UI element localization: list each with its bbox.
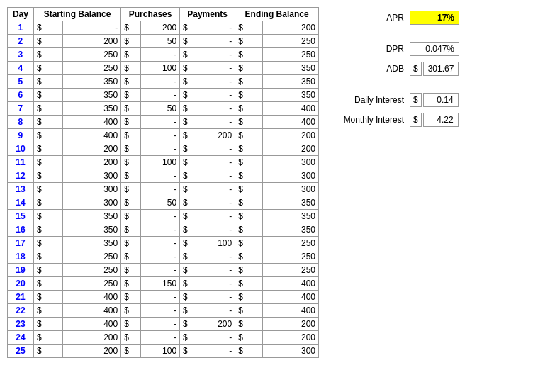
day-cell: 11 xyxy=(8,156,34,169)
payment-amount: - xyxy=(198,277,235,291)
payment-dollar: $ xyxy=(180,183,198,196)
header-starting-balance: Starting Balance xyxy=(33,8,120,21)
end-amount: 250 xyxy=(263,35,319,48)
header-payments: Payments xyxy=(180,8,235,21)
purchase-dollar: $ xyxy=(121,48,141,62)
purchase-amount: 150 xyxy=(140,277,179,291)
end-dollar: $ xyxy=(235,264,263,277)
start-dollar: $ xyxy=(33,62,62,75)
day-cell: 2 xyxy=(8,35,34,48)
start-amount: 350 xyxy=(62,75,120,89)
start-amount: 250 xyxy=(62,250,120,264)
purchase-dollar: $ xyxy=(121,35,141,48)
start-amount: 250 xyxy=(62,62,120,75)
end-dollar: $ xyxy=(235,345,263,358)
monthly-dollar: $ xyxy=(410,113,422,127)
purchase-amount: 50 xyxy=(140,196,179,210)
purchase-dollar: $ xyxy=(121,223,141,237)
start-dollar: $ xyxy=(33,210,62,223)
payment-amount: - xyxy=(198,331,235,345)
start-amount: 400 xyxy=(62,304,120,318)
payment-amount: - xyxy=(198,210,235,223)
table-row: 7$350$50$-$400 xyxy=(8,102,319,116)
payment-amount: - xyxy=(198,223,235,237)
daily-dollar: $ xyxy=(410,93,422,107)
day-cell: 4 xyxy=(8,62,34,75)
start-dollar: $ xyxy=(33,89,62,102)
day-cell: 12 xyxy=(8,169,34,183)
end-amount: 400 xyxy=(263,304,319,318)
day-cell: 21 xyxy=(8,291,34,304)
purchase-amount: 100 xyxy=(140,345,179,358)
daily-interest-row: Daily Interest $ 0.14 xyxy=(340,93,459,107)
table-row: 22$400$-$-$400 xyxy=(8,304,319,318)
end-amount: 300 xyxy=(263,183,319,196)
end-dollar: $ xyxy=(235,291,263,304)
payment-dollar: $ xyxy=(180,35,198,48)
end-dollar: $ xyxy=(235,89,263,102)
day-cell: 1 xyxy=(8,21,34,35)
header-day: Day xyxy=(8,8,34,21)
table-row: 24$200$-$-$200 xyxy=(8,331,319,345)
start-amount: 300 xyxy=(62,196,120,210)
purchase-dollar: $ xyxy=(121,169,141,183)
end-amount: 300 xyxy=(263,156,319,169)
day-cell: 18 xyxy=(8,250,34,264)
purchase-dollar: $ xyxy=(121,183,141,196)
start-dollar: $ xyxy=(33,237,62,250)
day-cell: 16 xyxy=(8,223,34,237)
payment-amount: - xyxy=(198,196,235,210)
monthly-interest-row: Monthly Interest $ 4.22 xyxy=(340,113,459,127)
side-panel: APR 17% DPR 0.047% ADB $ 301.67 Daily In… xyxy=(340,7,459,127)
payment-amount: - xyxy=(198,169,235,183)
end-amount: 350 xyxy=(263,89,319,102)
start-amount: 200 xyxy=(62,156,120,169)
start-amount: 350 xyxy=(62,223,120,237)
purchase-amount: - xyxy=(140,183,179,196)
purchase-dollar: $ xyxy=(121,129,141,142)
table-row: 1$-$200$-$200 xyxy=(8,21,319,35)
payment-dollar: $ xyxy=(180,116,198,129)
purchase-dollar: $ xyxy=(121,116,141,129)
end-dollar: $ xyxy=(235,169,263,183)
end-dollar: $ xyxy=(235,48,263,62)
table-row: 11$200$100$-$300 xyxy=(8,156,319,169)
day-cell: 13 xyxy=(8,183,34,196)
end-dollar: $ xyxy=(235,183,263,196)
table-row: 21$400$-$-$400 xyxy=(8,291,319,304)
day-cell: 14 xyxy=(8,196,34,210)
end-amount: 300 xyxy=(263,169,319,183)
start-dollar: $ xyxy=(33,156,62,169)
payment-dollar: $ xyxy=(180,21,198,35)
purchase-dollar: $ xyxy=(121,277,141,291)
start-dollar: $ xyxy=(33,277,62,291)
monthly-interest-label: Monthly Interest xyxy=(340,115,404,125)
end-dollar: $ xyxy=(235,304,263,318)
table-row: 15$350$-$-$350 xyxy=(8,210,319,223)
purchase-amount: 100 xyxy=(140,156,179,169)
table-row: 20$250$150$-$400 xyxy=(8,277,319,291)
payment-dollar: $ xyxy=(180,304,198,318)
daily-value-group: $ 0.14 xyxy=(410,93,459,107)
payment-amount: 100 xyxy=(198,237,235,250)
payment-amount: - xyxy=(198,345,235,358)
payment-dollar: $ xyxy=(180,89,198,102)
payment-dollar: $ xyxy=(180,223,198,237)
day-cell: 6 xyxy=(8,89,34,102)
table-row: 4$250$100$-$350 xyxy=(8,62,319,75)
start-dollar: $ xyxy=(33,196,62,210)
adb-value-group: $ 301.67 xyxy=(410,62,459,76)
dpr-row: DPR 0.047% xyxy=(340,42,459,56)
payment-amount: - xyxy=(198,250,235,264)
header-purchases: Purchases xyxy=(121,8,180,21)
balance-table: Day Starting Balance Purchases Payments … xyxy=(7,7,319,358)
start-amount: 250 xyxy=(62,48,120,62)
payment-amount: - xyxy=(198,183,235,196)
purchase-dollar: $ xyxy=(121,156,141,169)
day-cell: 17 xyxy=(8,237,34,250)
purchase-amount: - xyxy=(140,169,179,183)
payment-dollar: $ xyxy=(180,331,198,345)
start-amount: 250 xyxy=(62,264,120,277)
end-dollar: $ xyxy=(235,156,263,169)
purchase-dollar: $ xyxy=(121,102,141,116)
